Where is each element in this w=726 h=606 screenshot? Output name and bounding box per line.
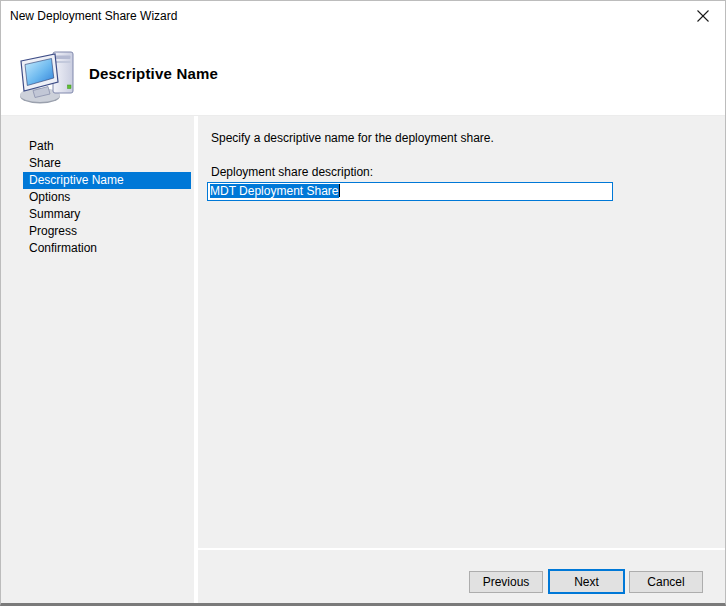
- titlebar[interactable]: New Deployment Share Wizard: [1, 1, 725, 31]
- computer-icon: [18, 47, 78, 105]
- sidebar-item-summary: Summary: [1, 206, 194, 223]
- description-input[interactable]: MDT Deployment Share: [207, 182, 613, 201]
- wizard-header: Descriptive Name: [1, 31, 725, 116]
- sidebar-item-descriptive-name: Descriptive Name: [23, 172, 191, 189]
- close-icon: [696, 9, 710, 23]
- wizard-window: New Deployment Share Wizard: [0, 0, 726, 606]
- window-title: New Deployment Share Wizard: [10, 1, 177, 31]
- wizard-steps-nav: PathShareDescriptive NameOptionsSummaryP…: [1, 116, 194, 603]
- sidebar-item-path: Path: [1, 138, 194, 155]
- description-input-selected-text: MDT Deployment Share: [210, 184, 339, 198]
- sidebar-item-options: Options: [1, 189, 194, 206]
- page-title: Descriptive Name: [89, 65, 218, 82]
- instruction-text: Specify a descriptive name for the deplo…: [211, 130, 494, 146]
- cancel-button[interactable]: Cancel: [629, 571, 703, 593]
- footer-separator: [198, 548, 725, 550]
- sidebar-item-confirmation: Confirmation: [1, 240, 194, 257]
- close-button[interactable]: [680, 1, 725, 31]
- text-caret: [339, 184, 340, 197]
- content-area: Specify a descriptive name for the deplo…: [198, 116, 725, 603]
- sidebar-item-progress: Progress: [1, 223, 194, 240]
- description-label: Deployment share description:: [211, 164, 373, 180]
- sidebar-item-share: Share: [1, 155, 194, 172]
- next-button[interactable]: Next: [548, 569, 625, 594]
- previous-button[interactable]: Previous: [469, 571, 543, 593]
